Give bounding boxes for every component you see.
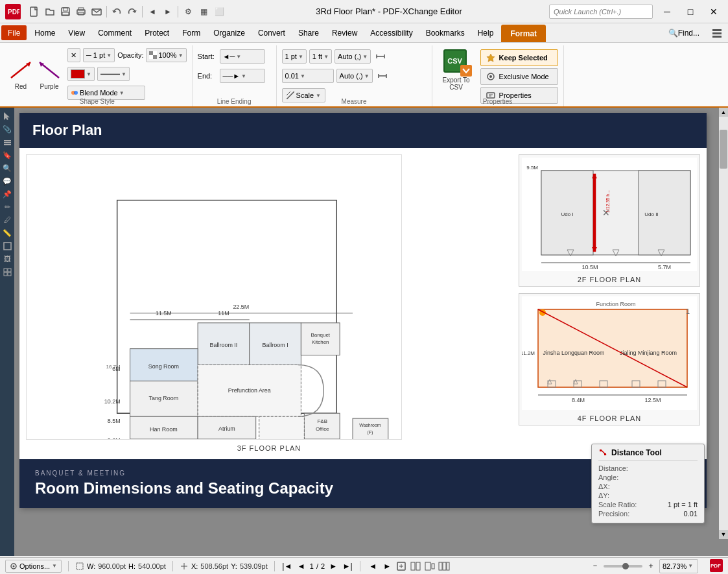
menu-format[interactable]: Format [501,25,546,42]
zoom-slider[interactable] [604,565,642,568]
sidebar-bookmark[interactable]: 🔖 [1,149,13,161]
menu-protect[interactable]: Protect [138,23,176,42]
nav-right-btn[interactable]: ► [381,560,393,572]
line-ending-controls: Start: ◄─ ▼ End: ──► ▼ [198,48,265,84]
auto-comma-btn[interactable]: Auto (,) ▼ [335,49,371,64]
quicklaunch-input[interactable] [549,5,653,19]
menu-review[interactable]: Review [325,23,364,42]
sidebar-rect[interactable] [1,240,13,252]
measure-group: 1 pt ▼ 1 ft ▼ Auto (,) ▼ 0.01 ▼ [277,45,432,106]
start-arrow-btn[interactable]: ◄─ ▼ [220,49,265,64]
zoom-thumb[interactable] [622,563,629,569]
scroll-thumb[interactable] [720,130,727,169]
sidebar-pencil[interactable]: ✏ [1,201,13,213]
x-btn[interactable]: ✕ [67,48,80,62]
main-content: Floor Plan Ballroom II [14,108,728,556]
shape-style-label: Shape Style [3,98,192,105]
line-style-btn[interactable]: ▼ [97,67,130,81]
red-shape[interactable]: Red [8,58,34,90]
menu-convert[interactable]: Convert [252,23,292,42]
app-icon[interactable]: PDF [5,4,21,19]
svg-rect-5 [62,12,69,15]
new-icon[interactable] [27,5,41,19]
sidebar-layers[interactable] [1,136,13,148]
close-btn[interactable]: ✕ [705,5,723,18]
fit-page-btn[interactable] [424,560,436,572]
first-page-btn[interactable]: |◄ [281,560,293,572]
zoom-value-btn[interactable]: 82.73% ▼ [659,559,698,573]
nav-left-btn[interactable]: ◄ [367,560,379,572]
scroll-track[interactable] [719,117,728,530]
open-icon[interactable] [43,5,57,19]
keep-selected-btn[interactable]: Keep Selected [480,49,558,66]
sidebar-pin[interactable]: 📌 [1,188,13,200]
expand-icon[interactable]: ⬜ [212,5,226,19]
sidebar-grid[interactable] [1,266,13,278]
menu-bar: File Home View Comment Protect Form Orga… [0,23,728,43]
measure-icon2[interactable] [375,69,390,83]
menu-accessibility[interactable]: Accessibility [364,23,419,42]
zoom-out-btn[interactable]: － [589,560,601,572]
last-page-btn[interactable]: ►| [342,560,353,572]
svg-text:(F): (F) [367,430,373,435]
menu-file[interactable]: File [1,25,27,40]
menu-home[interactable]: Home [28,23,62,42]
menu-find[interactable]: 🔍Find... [662,23,706,42]
measure-value-btn[interactable]: 0.01 ▼ [282,69,334,83]
pt-dropdown[interactable]: ─ 1 pt ▼ [83,48,115,62]
menu-comment[interactable]: Comment [91,23,138,42]
sidebar-attachment[interactable]: 📎 [1,123,13,135]
end-arrow-btn[interactable]: ──► ▼ [220,69,265,83]
sidebar-image[interactable]: 🖼 [1,253,13,265]
color-swatch-btn[interactable]: ▼ [67,67,95,81]
next-page-btn[interactable]: ► [327,560,339,572]
back-icon[interactable]: ◄ [145,5,159,19]
ft1-btn[interactable]: 1 ft ▼ [309,49,332,64]
prev-page-btn[interactable]: ◄ [296,560,307,572]
pt1-btn[interactable]: 1 pt ▼ [282,49,307,64]
coords-section: X: 508.56pt Y: 539.09pt [180,562,268,571]
forward-icon[interactable]: ► [161,5,175,19]
sidebar-comments[interactable]: 💬 [1,175,13,187]
sidebar-ruler[interactable]: 📏 [1,227,13,239]
minimize-btn[interactable]: ─ [658,5,676,18]
menu-toolbar[interactable] [706,23,728,42]
menu-share[interactable]: Share [292,23,325,42]
print-icon[interactable] [74,5,88,19]
menu-form[interactable]: Form [176,23,207,42]
sidebar-pen[interactable]: 🖊 [1,214,13,226]
opacity-caret: ▼ [178,53,183,58]
svg-text:Ballroom I: Ballroom I [262,342,288,348]
grid-icon[interactable]: ▦ [196,5,211,19]
redo-icon[interactable] [125,5,139,19]
undo-icon[interactable] [110,5,124,19]
menu-help[interactable]: Help [471,23,500,42]
menu-view[interactable]: View [62,23,91,42]
auto-dot-btn[interactable]: Auto (.) ▼ [336,69,373,83]
svg-marker-33 [487,54,495,62]
zoom-in-btn[interactable]: ＋ [645,560,657,572]
multi-page-btn[interactable] [438,560,450,572]
sidebar-search[interactable]: 🔍 [1,162,13,174]
right-scrollbar[interactable]: ▲ ▼ [719,108,728,539]
exclusive-mode-btn[interactable]: Exclusive Mode [480,68,558,85]
options-btn[interactable]: Options... ▼ [5,560,62,573]
svg-text:11.5M: 11.5M [156,310,172,317]
page-view-btn[interactable] [410,560,421,572]
export-csv-btn[interactable]: CSV Export To CSV [438,48,475,92]
purple-shape[interactable]: Purple [36,58,62,90]
opacity-dropdown[interactable]: 100% ▼ [146,48,186,62]
scroll-up-btn[interactable]: ▲ [719,108,728,117]
svg-marker-39 [4,112,10,120]
floor2-label: 2F FLOOR PLAN [522,276,697,283]
scroll-down-btn[interactable]: ▼ [719,530,728,539]
menu-bookmarks[interactable]: Bookmarks [419,23,471,42]
maximize-btn[interactable]: □ [681,5,699,18]
menu-organize[interactable]: Organize [207,23,252,42]
nav-save-btn[interactable] [395,560,407,572]
sidebar-pointer[interactable] [1,110,13,122]
measure-icon1[interactable] [373,49,388,64]
settings-icon2[interactable]: ⚙ [181,5,195,19]
email-icon[interactable] [89,5,104,19]
save-icon[interactable] [58,5,73,19]
